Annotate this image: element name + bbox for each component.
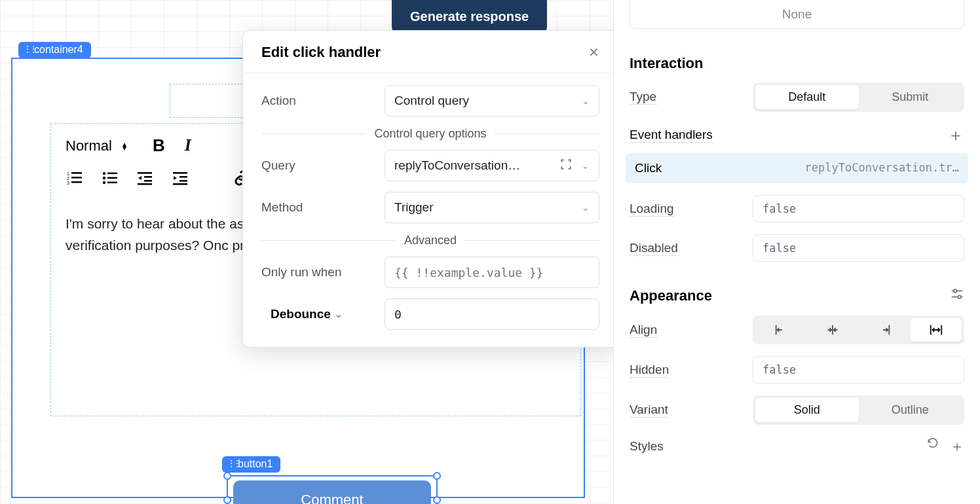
divider-label: Advanced bbox=[404, 234, 457, 247]
close-icon[interactable]: ✕ bbox=[588, 45, 599, 60]
variant-outline-button[interactable]: Outline bbox=[859, 398, 962, 422]
type-label: Type bbox=[630, 90, 656, 105]
align-label: Align bbox=[630, 323, 657, 338]
align-segmented bbox=[753, 315, 964, 344]
svg-point-10 bbox=[103, 181, 105, 184]
expand-icon[interactable] bbox=[559, 158, 573, 174]
paragraph-style-label: Normal bbox=[66, 137, 112, 154]
chevron-down-icon: ⌄ bbox=[582, 202, 590, 213]
chevron-down-icon: ⌄ bbox=[582, 96, 590, 106]
bold-icon[interactable]: B bbox=[153, 135, 165, 156]
button-label-text: button1 bbox=[238, 458, 273, 470]
resize-handle[interactable] bbox=[433, 472, 441, 480]
chevron-updown-icon: ▴▾ bbox=[122, 142, 126, 150]
svg-point-6 bbox=[103, 172, 105, 175]
generate-response-button[interactable]: Generate response bbox=[392, 0, 547, 33]
event-handler-click[interactable]: Click replyToConversation.tr… bbox=[626, 153, 968, 183]
align-right-button[interactable] bbox=[859, 318, 911, 342]
modal-title: Edit click handler bbox=[261, 44, 381, 61]
disabled-label: Disabled bbox=[630, 241, 678, 256]
svg-rect-3 bbox=[71, 177, 82, 179]
type-default-button[interactable]: Default bbox=[755, 85, 859, 109]
chevron-down-icon: ⌄ bbox=[582, 160, 590, 171]
align-center-button[interactable] bbox=[807, 318, 859, 342]
svg-rect-11 bbox=[107, 182, 117, 184]
svg-rect-12 bbox=[138, 172, 152, 174]
svg-text:1: 1 bbox=[67, 171, 69, 176]
comment-button[interactable]: Comment bbox=[233, 480, 431, 504]
svg-rect-5 bbox=[71, 181, 82, 183]
grip-icon bbox=[227, 460, 234, 468]
chevron-down-icon: ⌄ bbox=[335, 309, 343, 319]
variant-label: Variant bbox=[630, 403, 668, 418]
button-selection-label[interactable]: button1 bbox=[222, 456, 280, 473]
event-handlers-label: Event handlers bbox=[630, 128, 713, 143]
loading-input[interactable] bbox=[753, 195, 964, 223]
svg-text:3: 3 bbox=[67, 181, 69, 185]
italic-icon[interactable]: I bbox=[185, 135, 191, 156]
ordered-list-icon[interactable]: 123 bbox=[66, 169, 84, 187]
debounce-label[interactable]: Debounce ⌄ bbox=[261, 307, 385, 321]
svg-rect-1 bbox=[71, 172, 82, 174]
appearance-section-title: Appearance bbox=[630, 287, 712, 304]
svg-rect-13 bbox=[144, 176, 152, 178]
sliders-icon[interactable] bbox=[950, 287, 964, 305]
svg-rect-14 bbox=[144, 180, 152, 182]
action-value: Control query bbox=[394, 94, 469, 108]
debounce-label-text: Debounce bbox=[271, 307, 331, 321]
disabled-input[interactable] bbox=[753, 234, 964, 262]
hidden-label: Hidden bbox=[630, 363, 669, 378]
event-name: Click bbox=[635, 161, 662, 175]
control-query-divider: Control query options bbox=[261, 127, 599, 141]
grip-icon bbox=[24, 46, 30, 54]
unordered-list-icon[interactable] bbox=[101, 169, 119, 187]
indent-icon[interactable] bbox=[172, 169, 190, 187]
debounce-input[interactable] bbox=[385, 298, 599, 330]
resize-handle[interactable] bbox=[223, 472, 231, 480]
svg-point-23 bbox=[958, 295, 961, 298]
event-detail: replyToConversation.tr… bbox=[805, 161, 959, 175]
action-select[interactable]: Control query ⌄ bbox=[385, 85, 599, 117]
add-style-button[interactable]: ＋ bbox=[950, 437, 964, 456]
hidden-input[interactable] bbox=[753, 356, 964, 384]
method-label: Method bbox=[261, 200, 385, 215]
svg-rect-7 bbox=[107, 173, 117, 175]
inspector-panel: None Interaction Type Default Submit Eve… bbox=[613, 0, 980, 504]
method-value: Trigger bbox=[394, 200, 433, 215]
variant-segmented: Solid Outline bbox=[753, 395, 964, 425]
only-run-when-input[interactable] bbox=[385, 257, 599, 288]
type-submit-button[interactable]: Submit bbox=[859, 85, 962, 109]
none-value-box[interactable]: None bbox=[630, 0, 964, 29]
advanced-divider: Advanced bbox=[261, 234, 599, 247]
variant-solid-button[interactable]: Solid bbox=[755, 398, 859, 422]
add-event-handler-button[interactable]: ＋ bbox=[947, 124, 964, 147]
only-run-when-label: Only run when bbox=[261, 265, 385, 279]
action-label: Action bbox=[261, 94, 385, 108]
edit-click-handler-modal: Edit click handler ✕ Action Control quer… bbox=[242, 30, 618, 348]
container-selection-label[interactable]: container4 bbox=[18, 42, 91, 58]
svg-point-21 bbox=[954, 289, 957, 293]
styles-label: Styles bbox=[630, 439, 664, 454]
outdent-icon[interactable] bbox=[136, 169, 155, 187]
svg-rect-9 bbox=[107, 177, 117, 179]
svg-rect-16 bbox=[173, 172, 187, 174]
svg-rect-19 bbox=[173, 183, 187, 185]
query-select[interactable]: replyToConversation… ⌄ bbox=[385, 150, 599, 181]
align-stretch-button[interactable] bbox=[910, 318, 962, 342]
svg-text:2: 2 bbox=[67, 176, 69, 181]
svg-rect-15 bbox=[138, 183, 152, 185]
type-segmented: Default Submit bbox=[753, 82, 964, 112]
reset-styles-button[interactable] bbox=[926, 437, 939, 456]
loading-label: Loading bbox=[630, 202, 674, 217]
svg-rect-18 bbox=[179, 180, 187, 182]
method-select[interactable]: Trigger ⌄ bbox=[385, 192, 599, 223]
paragraph-style-select[interactable]: Normal ▴▾ bbox=[66, 137, 126, 154]
divider-label: Control query options bbox=[374, 127, 486, 141]
query-value: replyToConversation… bbox=[394, 158, 520, 173]
query-label: Query bbox=[261, 158, 385, 173]
svg-rect-17 bbox=[179, 176, 187, 178]
svg-point-8 bbox=[103, 177, 105, 179]
align-left-button[interactable] bbox=[755, 318, 807, 342]
container-label-text: container4 bbox=[34, 44, 83, 56]
interaction-section-title: Interaction bbox=[630, 55, 964, 72]
